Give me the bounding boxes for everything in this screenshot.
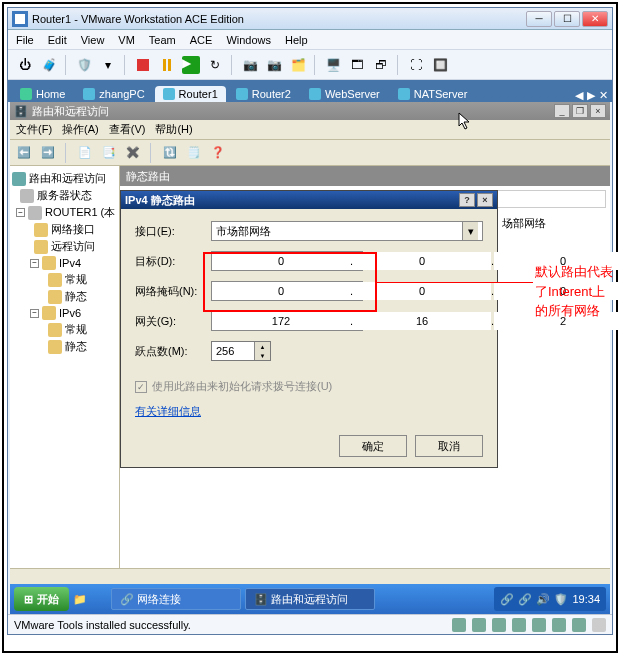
help-button[interactable]: ? [459,193,475,207]
close-button[interactable]: ✕ [582,11,608,27]
mask-input[interactable]: . . . [211,281,363,301]
ok-button[interactable]: 确定 [339,435,407,457]
revert-icon[interactable]: 📷 [263,54,285,76]
tree-ipv4-static[interactable]: 静态 [12,288,117,305]
menu-ace[interactable]: ACE [190,34,213,46]
tray-net-icon[interactable]: 🔗 [500,593,514,606]
refresh-icon[interactable]: 🔃 [160,143,180,163]
quick-launch-icon[interactable]: 📁 [73,593,87,606]
quick-switch-icon[interactable]: 🗗 [370,54,392,76]
device-hdd-icon[interactable] [452,618,466,632]
spin-down-icon[interactable]: ▼ [254,351,270,360]
props-icon[interactable]: 📑 [99,143,119,163]
gw-oct1[interactable] [212,312,350,330]
cancel-button[interactable]: 取消 [415,435,483,457]
tree-root[interactable]: 路由和远程访问 [12,170,117,187]
device-nic2-icon[interactable] [532,618,546,632]
tree-netif[interactable]: 网络接口 [12,221,117,238]
fwd-icon[interactable]: ➡️ [38,143,58,163]
menu-action[interactable]: 操作(A) [62,122,99,137]
tab-scroll-left-icon[interactable]: ◀ [575,89,583,102]
tab-close-icon[interactable]: ✕ [599,89,608,102]
details-link[interactable]: 有关详细信息 [135,405,201,417]
device-floppy-icon[interactable] [492,618,506,632]
device-usb-icon[interactable] [552,618,566,632]
tray-net2-icon[interactable]: 🔗 [518,593,532,606]
menu-team[interactable]: Team [149,34,176,46]
tray-shield-icon[interactable]: 🛡️ [554,593,568,606]
nav-tree[interactable]: 路由和远程访问 服务器状态 −ROUTER1 (本 网络接口 远程访问 −IPv… [10,166,120,568]
dest-oct1[interactable] [212,252,350,270]
maximize-button[interactable]: ☐ [554,11,580,27]
minimize-button[interactable]: ─ [526,11,552,27]
summary-icon[interactable]: 🗔 [346,54,368,76]
restore-button[interactable]: ❐ [572,104,588,118]
tree-remote[interactable]: 远程访问 [12,238,117,255]
tree-router1[interactable]: −ROUTER1 (本 [12,204,117,221]
taskbar-item-rras[interactable]: 🗄️ 路由和远程访问 [245,588,375,610]
system-tray[interactable]: 🔗 🔗 🔊 🛡️ 19:34 [494,587,606,611]
mask-oct2[interactable] [353,282,491,300]
tab-home[interactable]: Home [12,86,73,102]
tree-ipv4-general[interactable]: 常规 [12,271,117,288]
menu-edit[interactable]: Edit [48,34,67,46]
tab-scroll-right-icon[interactable]: ▶ [587,89,595,102]
suspend-icon[interactable]: 🧳 [38,54,60,76]
chevron-down-icon[interactable]: ▾ [462,222,478,240]
gateway-input[interactable]: . . . [211,311,363,331]
close-button[interactable]: × [590,104,606,118]
tab-zhangpc[interactable]: zhangPC [75,86,152,102]
tree-ipv6-static[interactable]: 静态 [12,338,117,355]
tray-sound-icon[interactable]: 🔊 [536,593,550,606]
device-grab-icon[interactable] [592,618,606,632]
tree-ipv6[interactable]: −IPv6 [12,305,117,321]
menu-view[interactable]: 查看(V) [109,122,146,137]
snapshot-icon[interactable]: 📷 [239,54,261,76]
min-button[interactable]: _ [554,104,570,118]
delete-icon[interactable]: ✖️ [123,143,143,163]
fullscreen-icon[interactable]: ⛶ [405,54,427,76]
iface-select[interactable]: 市场部网络 ▾ [211,221,483,241]
show-hide-icon[interactable]: 📄 [75,143,95,163]
menu-vm[interactable]: VM [118,34,135,46]
menu-file[interactable]: 文件(F) [16,122,52,137]
gw-oct2[interactable] [353,312,491,330]
menu-file[interactable]: File [16,34,34,46]
pause-button[interactable] [156,54,178,76]
close-button[interactable]: × [477,193,493,207]
dialog-titlebar[interactable]: IPv4 静态路由 ? × [121,191,497,209]
start-button[interactable]: ⊞ 开始 [14,587,69,611]
show-console-icon[interactable]: 🖥️ [322,54,344,76]
ace-icon[interactable]: 🛡️ [73,54,95,76]
export-icon[interactable]: 🗒️ [184,143,204,163]
mask-oct1[interactable] [212,282,350,300]
help-icon[interactable]: ❓ [208,143,228,163]
collapse-icon[interactable]: − [16,208,25,217]
tools-dd-icon[interactable]: ▾ [97,54,119,76]
tree-server-status[interactable]: 服务器状态 [12,187,117,204]
menu-help[interactable]: 帮助(H) [155,122,192,137]
play-button[interactable]: ▶ [180,54,202,76]
device-cd-icon[interactable] [472,618,486,632]
stop-button[interactable] [132,54,154,76]
metric-spinner[interactable]: 256 ▲▼ [211,341,271,361]
tree-ipv6-general[interactable]: 常规 [12,321,117,338]
dest-oct2[interactable] [353,252,491,270]
tab-natserver[interactable]: NATServer [390,86,476,102]
vmware-titlebar[interactable]: Router1 - VMware Workstation ACE Edition… [8,8,612,30]
unity-icon[interactable]: 🔲 [429,54,451,76]
collapse-icon[interactable]: − [30,309,39,318]
menu-view[interactable]: View [81,34,105,46]
collapse-icon[interactable]: − [30,259,39,268]
tree-ipv4[interactable]: −IPv4 [12,255,117,271]
mmc-titlebar[interactable]: 🗄️ 路由和远程访问 _ ❐ × [10,102,610,120]
menu-windows[interactable]: Windows [226,34,271,46]
tab-router1[interactable]: Router1 [155,86,226,102]
spin-up-icon[interactable]: ▲ [254,342,270,351]
reset-button[interactable]: ↻ [204,54,226,76]
taskbar-item-net[interactable]: 🔗 网络连接 [111,588,241,610]
device-sound-icon[interactable] [572,618,586,632]
back-icon[interactable]: ⬅️ [14,143,34,163]
tab-webserver[interactable]: WebServer [301,86,388,102]
menu-help[interactable]: Help [285,34,308,46]
